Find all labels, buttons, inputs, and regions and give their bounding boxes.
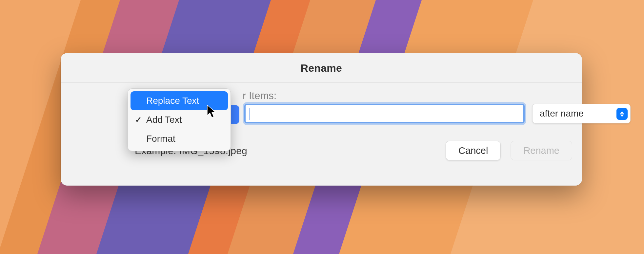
menu-item-label: Add Text bbox=[146, 115, 182, 125]
cancel-button[interactable]: Cancel bbox=[446, 141, 501, 160]
rename-text-input[interactable] bbox=[244, 104, 525, 123]
menu-item-label: Format bbox=[146, 134, 175, 144]
rename-button[interactable]: Rename bbox=[511, 141, 572, 160]
menu-item-format[interactable]: Format bbox=[131, 129, 228, 148]
position-select-value: after name bbox=[540, 108, 584, 119]
button-row: Cancel Rename bbox=[446, 141, 572, 160]
divider bbox=[61, 82, 582, 82]
menu-item-label: Replace Text bbox=[146, 96, 199, 106]
rename-dialog: Rename r Items: after name Example: IMG_… bbox=[61, 53, 582, 186]
mode-dropdown-menu: Replace Text ✓ Add Text Format bbox=[128, 88, 231, 151]
menu-item-add-text[interactable]: ✓ Add Text bbox=[131, 110, 228, 129]
items-label: r Items: bbox=[243, 90, 276, 102]
position-select[interactable]: after name bbox=[532, 104, 631, 123]
menu-item-replace-text[interactable]: Replace Text bbox=[131, 91, 228, 110]
checkmark-icon: ✓ bbox=[135, 115, 142, 124]
dialog-title: Rename bbox=[61, 53, 582, 82]
chevron-updown-icon bbox=[616, 108, 628, 120]
